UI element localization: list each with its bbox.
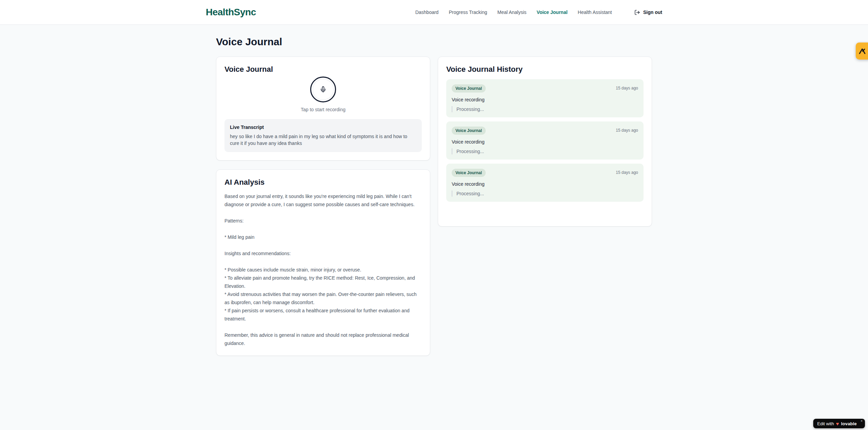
entry-processing-status: Processing... [452,191,638,197]
edit-with-lovable-button[interactable]: Edit with ♥ lovable × [813,419,865,428]
nav-item-progress-tracking[interactable]: Progress Tracking [449,10,487,15]
ai-analysis-card: AI Analysis Based on your journal entry,… [216,169,430,356]
main-nav: Dashboard Progress Tracking Meal Analysi… [415,10,662,15]
entry-label: Voice recording [452,97,638,102]
entry-processing-status: Processing... [452,148,638,154]
microphone-icon [320,86,327,93]
record-button[interactable] [310,77,336,102]
voice-journal-page: Voice Journal Voice Journal [216,25,652,356]
navbar-inner: HealthSync Dashboard Progress Tracking M… [206,0,662,24]
history-card-title: Voice Journal History [446,65,644,74]
history-entry-header: Voice Journal 15 days ago [452,169,638,177]
top-navbar: HealthSync Dashboard Progress Tracking M… [0,0,868,25]
nav-item-voice-journal[interactable]: Voice Journal [537,10,568,15]
recorder-area: Tap to start recording [224,77,422,112]
nav-item-dashboard[interactable]: Dashboard [415,10,439,15]
sign-out-button[interactable]: Sign out [634,10,662,15]
left-column: Voice Journal Tap to start recording [216,56,430,356]
logout-icon [634,10,640,15]
page-title: Voice Journal [216,36,652,48]
content-grid: Voice Journal Tap to start recording [216,56,652,356]
entry-type-badge: Voice Journal [452,127,486,135]
nav-item-meal-analysis[interactable]: Meal Analysis [497,10,527,15]
lovable-heart-icon: ♥ [836,421,839,426]
entry-timestamp: 15 days ago [616,84,638,90]
ai-analysis-title: AI Analysis [224,178,422,187]
history-entry-header: Voice Journal 15 days ago [452,84,638,93]
sign-out-label: Sign out [643,10,662,15]
voice-journal-history-card: Voice Journal History Voice Journal 15 d… [438,56,652,227]
edit-with-label: Edit with [817,421,834,426]
app-logo[interactable]: HealthSync [206,7,256,18]
live-transcript-box: Live Transcript hey so like I do have a … [224,119,422,152]
history-entry: Voice Journal 15 days ago Voice recordin… [446,121,644,160]
live-transcript-title: Live Transcript [230,125,416,130]
lovable-a-icon [858,48,866,54]
entry-type-badge: Voice Journal [452,169,486,177]
entry-label: Voice recording [452,139,638,145]
right-column: Voice Journal History Voice Journal 15 d… [438,56,652,227]
history-entry-header: Voice Journal 15 days ago [452,127,638,135]
nav-item-health-assistant[interactable]: Health Assistant [578,10,612,15]
entry-timestamp: 15 days ago [616,169,638,175]
voice-recorder-card: Voice Journal Tap to start recording [216,56,430,161]
recorder-card-title: Voice Journal [224,65,422,74]
entry-label: Voice recording [452,181,638,187]
close-icon[interactable]: × [861,419,863,423]
entry-timestamp: 15 days ago [616,127,638,133]
history-list: Voice Journal 15 days ago Voice recordin… [446,79,644,202]
entry-type-badge: Voice Journal [452,84,486,93]
live-transcript-text: hey so like I do have a mild pain in my … [230,133,416,147]
lovable-brand-label: lovable [841,421,857,426]
lovable-edge-badge[interactable] [856,43,868,60]
tap-to-record-hint: Tap to start recording [224,107,422,112]
history-entry: Voice Journal 15 days ago Voice recordin… [446,164,644,202]
entry-processing-status: Processing... [452,106,638,112]
ai-analysis-body: Based on your journal entry, it sounds l… [224,192,422,347]
history-entry: Voice Journal 15 days ago Voice recordin… [446,79,644,117]
